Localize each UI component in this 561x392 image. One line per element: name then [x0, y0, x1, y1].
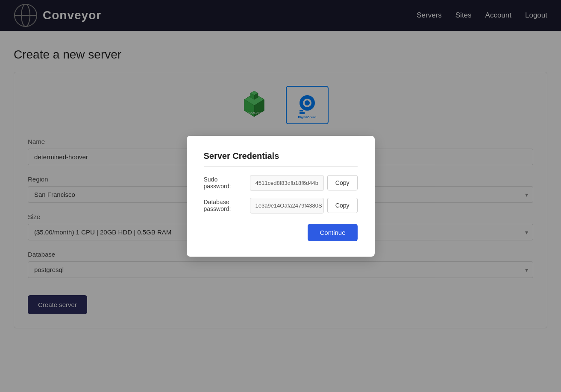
- sudo-label: Sudopassword:: [204, 176, 247, 190]
- credentials-modal: Server Credentials Sudopassword: 4511ced…: [187, 136, 375, 257]
- sudo-value: 4511ced8f83dfb18f6d44b: [250, 175, 324, 191]
- database-cred-label: Databasepassword:: [204, 199, 247, 212]
- database-cred-value: 1e3a9e14Oafa2479f4380S: [250, 198, 324, 214]
- continue-button[interactable]: Continue: [308, 224, 357, 241]
- modal-footer: Continue: [204, 224, 358, 241]
- sudo-password-row: Sudopassword: 4511ced8f83dfb18f6d44b Cop…: [204, 175, 358, 191]
- database-password-row: Databasepassword: 1e3a9e14Oafa2479f4380S…: [204, 198, 358, 214]
- sudo-copy-button[interactable]: Copy: [327, 175, 358, 190]
- modal-overlay: Server Credentials Sudopassword: 4511ced…: [0, 0, 561, 345]
- database-copy-button[interactable]: Copy: [327, 198, 358, 213]
- modal-title: Server Credentials: [204, 151, 358, 167]
